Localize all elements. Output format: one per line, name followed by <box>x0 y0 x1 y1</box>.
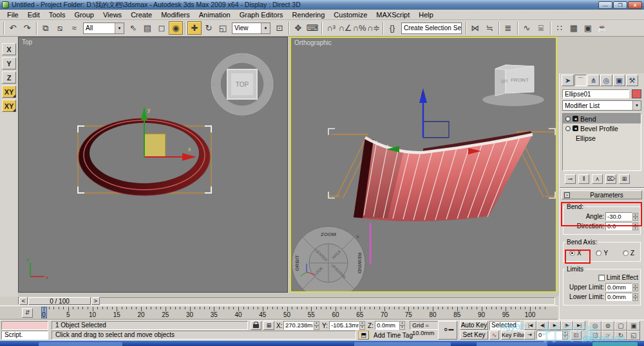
bend-axis-option-y[interactable]: Y <box>596 250 608 257</box>
angle-snap-toggle-button[interactable]: ∩∠ <box>338 21 352 35</box>
tab-hierarchy[interactable]: ⋔ <box>587 75 600 86</box>
remove-modifier-button[interactable]: ⌦ <box>605 174 616 184</box>
compass-s[interactable]: S <box>241 113 244 117</box>
selection-lock-toggle[interactable] <box>251 321 261 330</box>
unlink-selection-button[interactable]: ⧅ <box>53 21 67 35</box>
wheel-pan[interactable]: PAN <box>323 291 334 291</box>
viewport-top[interactable]: Top <box>18 37 288 293</box>
spinner-snap-toggle-button[interactable]: ∩≑ <box>366 21 381 35</box>
key-selection-dropdown[interactable]: Selected <box>489 321 520 330</box>
y-coordinate-field[interactable]: -105.13mm <box>329 321 359 330</box>
open-mini-track-button[interactable]: ▤ <box>571 331 582 340</box>
schematic-view-button[interactable]: ⌸ <box>534 21 548 35</box>
menu-edit[interactable]: Edit <box>23 10 44 19</box>
zoom-all-button[interactable]: ⊚ <box>601 321 614 331</box>
viewport-top-label[interactable]: Top <box>22 39 32 46</box>
zoom-extents-button[interactable]: ▢ <box>614 321 627 331</box>
viewcube[interactable]: LEFT FRONT <box>482 65 544 106</box>
window-crossing-toggle[interactable]: ◉ <box>169 21 183 35</box>
gizmo-xy-plane-handle[interactable] <box>144 134 166 157</box>
select-by-name-button[interactable]: ▤ <box>140 21 155 35</box>
menu-help[interactable]: Help <box>414 10 438 19</box>
play-button[interactable]: ▶ <box>549 321 561 330</box>
tab-utilities[interactable]: ⚒ <box>626 75 638 86</box>
maximize-viewport-toggle[interactable]: ◱ <box>627 331 640 340</box>
viewport-orthographic[interactable]: Orthographic <box>290 37 557 293</box>
x-spinner[interactable]: ▲▼ <box>314 321 319 330</box>
direction-spinner[interactable]: ▲▼ <box>632 223 638 230</box>
modifier-list-dropdown[interactable]: Modifier List ▼ <box>562 100 641 111</box>
align-button[interactable]: ≒ <box>482 21 497 35</box>
radio-icon[interactable] <box>596 250 601 256</box>
rendered-frame-window-button[interactable]: ▣ <box>581 21 595 35</box>
time-slider-handle[interactable]: 0 / 100 <box>28 297 91 305</box>
show-end-result-button[interactable]: ‖ <box>578 174 589 184</box>
steering-wheel[interactable]: ZOOM PAN ORBIT REWIND CENTER WALK LOOK U… <box>292 226 365 291</box>
wheel-zoom[interactable]: ZOOM <box>321 232 336 237</box>
go-to-start-button[interactable]: |◀ <box>524 321 536 330</box>
axis-constraint-z-2[interactable]: Z <box>2 71 16 84</box>
stack-item-ellipse[interactable]: Ellipse <box>563 133 641 143</box>
render-setup-button[interactable]: ▦ <box>567 21 581 35</box>
default-in-out-tangents-button[interactable]: ∿ <box>489 331 499 340</box>
pin-stack-button[interactable]: ⊸ <box>565 174 576 184</box>
add-time-tag[interactable]: Add Time Tag <box>374 332 413 339</box>
next-frame-arrow[interactable]: > <box>91 297 100 305</box>
viewcube-front-face[interactable]: FRONT <box>511 77 529 83</box>
curve-editor-button[interactable]: ∿ <box>520 21 534 35</box>
tab-create[interactable]: ➤ <box>562 75 574 86</box>
angle-field[interactable]: -30.0 <box>605 212 632 221</box>
parameters-rollout-header[interactable]: - Parameters <box>562 190 642 199</box>
set-key-button[interactable]: Set Key <box>460 331 488 340</box>
select-and-move-button[interactable]: ✚ <box>187 21 202 35</box>
absolute-mode-toggle[interactable]: ⊞ <box>263 321 274 330</box>
lightbulb-icon[interactable] <box>565 126 571 131</box>
axis-constraint-y-1[interactable]: Y <box>2 57 16 69</box>
percent-snap-toggle-button[interactable]: ∩% <box>352 21 366 35</box>
stack-item-bevel-profile[interactable]: ◂Bevel Profile <box>563 123 641 133</box>
previous-frame-button[interactable]: ◀| <box>536 321 549 330</box>
open-mini-curve-editor-button[interactable]: ⇵ <box>22 308 33 318</box>
chevron-down-icon[interactable]: ▼ <box>632 101 641 110</box>
go-to-end-button[interactable]: ▶| <box>573 321 585 330</box>
key-mode-toggle[interactable]: ⇥ <box>524 331 535 340</box>
upper-limit-spinner[interactable]: ▲▼ <box>632 284 638 291</box>
menu-file[interactable]: File <box>3 10 23 19</box>
minimize-button[interactable]: — <box>598 1 612 9</box>
maxscript-mini-listener[interactable]: Script. <box>1 331 48 340</box>
named-selection-set-dropdown[interactable]: Create Selection Set▼ <box>401 23 462 34</box>
menu-tools[interactable]: Tools <box>44 10 70 19</box>
viewcube-left-face[interactable]: LEFT <box>500 79 508 84</box>
selection-filter-dropdown[interactable]: All▼ <box>83 23 124 34</box>
x-coordinate-field[interactable]: 270.238mm <box>283 321 314 330</box>
wheel-close-icon[interactable]: ✕ <box>355 234 360 240</box>
frame-spinner[interactable]: ▲▼ <box>562 331 568 340</box>
wheel-menu-icon[interactable]: ▾ <box>357 289 359 291</box>
viewport-orthographic-label[interactable]: Orthographic <box>294 39 332 46</box>
set-keys-button[interactable]: ⚬━ <box>438 321 457 340</box>
time-tag-icon[interactable]: ⬒ <box>358 331 369 340</box>
menu-customize[interactable]: Customize <box>329 10 372 19</box>
viewcube-top-face[interactable]: TOP <box>236 81 249 88</box>
menu-group[interactable]: Group <box>70 10 99 19</box>
upper-limit-field[interactable]: 0.0mm <box>605 283 632 291</box>
object-name-field[interactable]: Ellipse01 <box>562 89 629 98</box>
lower-limit-field[interactable]: 0.0mm <box>605 293 632 301</box>
close-button[interactable]: ✕ <box>628 1 642 9</box>
macro-recorder-field[interactable] <box>1 321 48 330</box>
select-and-link-button[interactable]: ⧉ <box>39 21 53 35</box>
viewcube[interactable]: N E S W TOP <box>211 53 273 117</box>
menu-create[interactable]: Create <box>126 10 156 19</box>
menu-graph-editors[interactable]: Graph Editors <box>235 10 288 19</box>
bind-to-space-warp-button[interactable]: ≈ <box>67 21 81 35</box>
lightbulb-icon[interactable] <box>565 116 571 122</box>
mirror-button[interactable]: ⋈ <box>468 21 482 35</box>
material-editor-button[interactable]: ∷ <box>553 21 567 35</box>
compass-w[interactable]: W <box>211 82 216 87</box>
auto-key-button[interactable]: Auto Key <box>460 321 488 330</box>
compass-n[interactable]: N <box>240 53 243 57</box>
wheel-rewind[interactable]: REWIND <box>357 253 363 274</box>
tab-display[interactable]: ▣ <box>613 75 625 86</box>
reference-coordinate-system-dropdown[interactable]: View▼ <box>232 23 270 34</box>
next-frame-button[interactable]: |▶ <box>561 321 573 330</box>
